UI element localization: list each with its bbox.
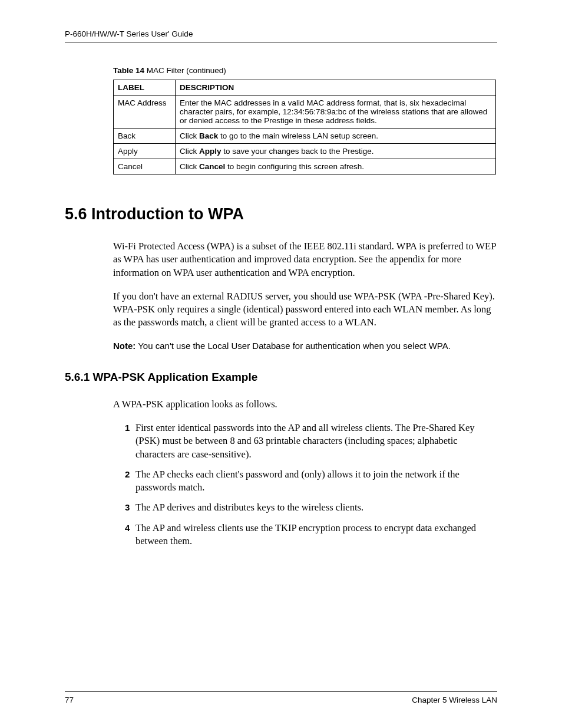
list-text: The AP derives and distributes keys to t… bbox=[135, 502, 363, 513]
row-desc: Click Apply to save your changes back to… bbox=[176, 144, 496, 159]
row-label: Back bbox=[114, 129, 176, 144]
note-label: Note: bbox=[113, 341, 135, 351]
page-footer: 77 Chapter 5 Wireless LAN bbox=[65, 691, 497, 704]
list-number: 3 bbox=[125, 502, 130, 513]
body-paragraph: Wi-Fi Protected Access (WPA) is a subset… bbox=[113, 240, 497, 279]
row-desc: Enter the MAC addresses in a valid MAC a… bbox=[176, 95, 496, 129]
list-item: 3The AP derives and distributes keys to … bbox=[125, 501, 497, 514]
footer-page-number: 77 bbox=[65, 696, 74, 704]
row-desc: Click Cancel to begin configuring this s… bbox=[176, 159, 496, 174]
list-text: The AP and wireless clients use the TKIP… bbox=[135, 522, 476, 546]
list-text: First enter identical passwords into the… bbox=[135, 422, 475, 460]
subsection-heading: 5.6.1 WPA-PSK Application Example bbox=[65, 371, 497, 384]
list-item: 2The AP checks each client's password an… bbox=[125, 468, 497, 495]
list-text: The AP checks each client's password and… bbox=[135, 469, 459, 493]
table-row: MAC Address Enter the MAC addresses in a… bbox=[114, 95, 496, 129]
th-label: LABEL bbox=[114, 80, 176, 95]
table-caption-text: MAC Filter (continued) bbox=[144, 66, 226, 75]
table-row: Apply Click Apply to save your changes b… bbox=[114, 144, 496, 159]
table-caption: Table 14 MAC Filter (continued) bbox=[113, 66, 497, 75]
row-label: Cancel bbox=[114, 159, 176, 174]
row-desc: Click Back to go to the main wireless LA… bbox=[176, 129, 496, 144]
row-label: Apply bbox=[114, 144, 176, 159]
note-text: You can't use the Local User Database fo… bbox=[135, 341, 451, 351]
list-number: 1 bbox=[125, 422, 130, 434]
numbered-list: 1First enter identical passwords into th… bbox=[125, 421, 497, 548]
section-heading: 5.6 Introduction to WPA bbox=[65, 205, 497, 223]
body-paragraph: If you don't have an external RADIUS ser… bbox=[113, 290, 497, 330]
body-paragraph: A WPA-PSK application looks as follows. bbox=[113, 398, 497, 411]
list-item: 4The AP and wireless clients use the TKI… bbox=[125, 522, 497, 548]
list-number: 2 bbox=[125, 469, 130, 480]
th-description: DESCRIPTION bbox=[176, 80, 496, 95]
footer-chapter: Chapter 5 Wireless LAN bbox=[412, 696, 497, 704]
table-caption-label: Table 14 bbox=[113, 66, 144, 75]
list-number: 4 bbox=[125, 522, 130, 534]
table-row: Back Click Back to go to the main wirele… bbox=[114, 129, 496, 144]
row-label: MAC Address bbox=[114, 95, 176, 129]
table-row: Cancel Click Cancel to begin configuring… bbox=[114, 159, 496, 174]
table-header-row: LABEL DESCRIPTION bbox=[114, 80, 496, 95]
note-paragraph: Note: You can't use the Local User Datab… bbox=[113, 340, 497, 352]
list-item: 1First enter identical passwords into th… bbox=[125, 421, 497, 461]
mac-filter-table: LABEL DESCRIPTION MAC Address Enter the … bbox=[113, 80, 496, 174]
header-guide-title: P-660H/HW/W-T Series User' Guide bbox=[65, 29, 497, 42]
